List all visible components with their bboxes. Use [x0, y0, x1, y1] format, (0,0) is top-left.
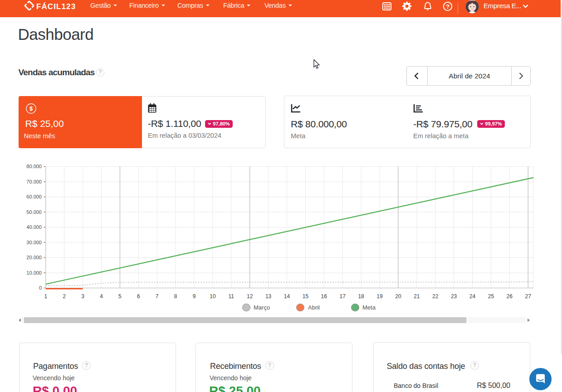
svg-text:17: 17 — [340, 293, 346, 300]
svg-text:80.000: 80.000 — [26, 164, 42, 169]
svg-text:?: ? — [446, 3, 450, 10]
svg-text:10: 10 — [210, 293, 216, 300]
svg-text:12: 12 — [247, 293, 253, 300]
svg-text:30.000: 30.000 — [26, 240, 42, 245]
svg-text:7: 7 — [156, 293, 159, 300]
svg-text:50.000: 50.000 — [26, 209, 42, 215]
svg-text:8: 8 — [174, 293, 177, 300]
svg-text:0: 0 — [39, 285, 42, 290]
svg-text:1: 1 — [44, 293, 47, 300]
svg-text:18: 18 — [358, 293, 364, 300]
svg-text:2: 2 — [63, 293, 66, 300]
svg-text:23: 23 — [451, 293, 457, 300]
svg-text:25: 25 — [488, 293, 494, 300]
svg-text:24: 24 — [469, 293, 476, 300]
svg-text:13: 13 — [265, 293, 272, 300]
svg-text:19: 19 — [376, 293, 383, 300]
svg-text:27: 27 — [525, 293, 532, 300]
svg-text:6: 6 — [137, 293, 140, 300]
svg-text:20: 20 — [395, 293, 401, 300]
svg-text:11: 11 — [229, 293, 235, 300]
svg-text:3: 3 — [81, 293, 84, 300]
svg-text:21: 21 — [414, 293, 420, 300]
svg-text:5: 5 — [118, 293, 122, 300]
svg-text:9: 9 — [193, 293, 196, 300]
svg-text:26: 26 — [507, 293, 513, 300]
svg-text:16: 16 — [321, 293, 327, 300]
svg-text:60.000: 60.000 — [26, 194, 42, 199]
svg-text:20.000: 20.000 — [26, 255, 42, 260]
svg-text:4: 4 — [100, 293, 103, 300]
svg-text:14: 14 — [284, 293, 290, 300]
svg-text:15: 15 — [303, 293, 309, 300]
svg-text:40.000: 40.000 — [26, 224, 42, 230]
svg-text:22: 22 — [432, 293, 439, 300]
svg-text:10.000: 10.000 — [26, 270, 42, 276]
svg-text:$: $ — [29, 105, 33, 112]
svg-text:70.000: 70.000 — [26, 179, 42, 184]
